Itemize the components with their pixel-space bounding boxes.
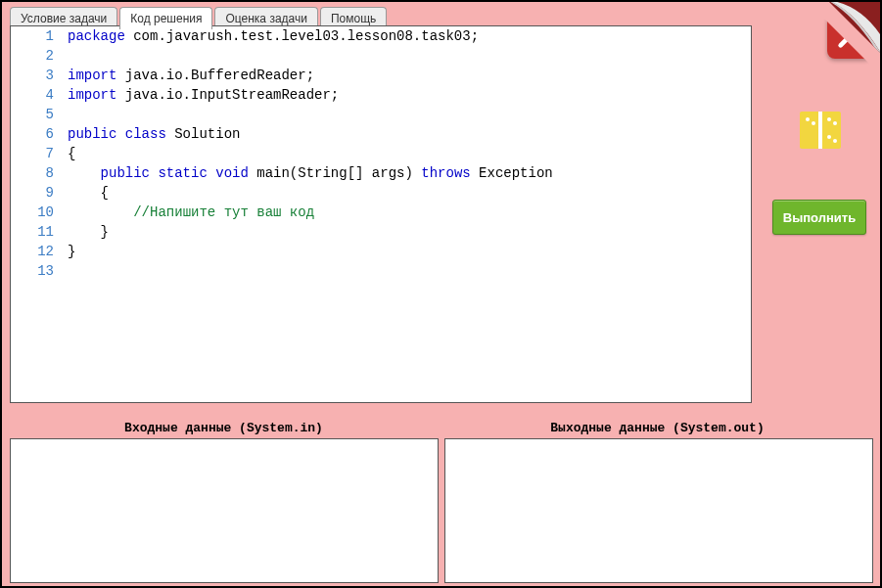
code-line[interactable]: //Напишите тут ваш код — [68, 203, 751, 222]
code-editor-vscroll[interactable]: 1package com.javarush.test.level03.lesso… — [11, 26, 751, 387]
io-labels: Входные данные (System.in) Выходные данн… — [10, 421, 871, 435]
line-number: 2 — [11, 46, 68, 66]
line-number: 3 — [11, 66, 68, 85]
output-textarea[interactable] — [444, 438, 873, 583]
code-line[interactable]: { — [68, 144, 751, 163]
svg-rect-1 — [823, 113, 839, 129]
line-number: 4 — [11, 85, 68, 105]
svg-point-7 — [833, 121, 837, 125]
svg-point-5 — [812, 121, 815, 125]
code-line[interactable]: import java.io.BufferedReader; — [68, 66, 751, 85]
line-number: 1 — [11, 26, 68, 46]
line-number: 5 — [11, 105, 68, 124]
line-number: 7 — [11, 144, 68, 163]
io-panels — [10, 438, 873, 583]
close-button[interactable] — [827, 14, 872, 59]
line-number: 8 — [11, 163, 68, 183]
line-number: 11 — [11, 222, 68, 242]
code-line[interactable]: { — [68, 183, 751, 203]
input-label: Входные данные (System.in) — [10, 421, 438, 435]
svg-rect-2 — [802, 131, 817, 147]
svg-point-6 — [827, 117, 831, 121]
code-line[interactable] — [68, 46, 751, 66]
run-button[interactable]: Выполнить — [772, 200, 866, 235]
code-lines: 1package com.javarush.test.level03.lesso… — [11, 26, 751, 281]
code-line[interactable]: import java.io.InputStreamReader; — [68, 85, 751, 105]
svg-rect-0 — [802, 113, 817, 129]
code-line[interactable]: } — [68, 222, 751, 242]
code-line[interactable]: } — [68, 242, 751, 261]
output-label: Выходные данные (System.out) — [443, 421, 871, 435]
input-textarea[interactable] — [10, 438, 439, 583]
svg-rect-3 — [823, 131, 839, 147]
line-number: 9 — [11, 183, 68, 203]
code-line[interactable]: public class Solution — [68, 124, 751, 144]
close-icon — [836, 23, 863, 50]
tab-solution-code[interactable]: Код решения — [119, 7, 212, 29]
code-editor-hscroll[interactable] — [11, 387, 751, 402]
svg-point-9 — [833, 139, 837, 143]
code-line[interactable]: package com.javarush.test.level03.lesson… — [68, 26, 751, 46]
svg-point-4 — [806, 117, 810, 121]
code-editor[interactable]: 1package com.javarush.test.level03.lesso… — [10, 25, 752, 403]
code-line[interactable] — [68, 105, 751, 124]
svg-point-8 — [827, 135, 831, 139]
line-number: 10 — [11, 203, 68, 222]
qr-icon-svg — [800, 112, 841, 149]
qr-icon[interactable] — [800, 112, 841, 149]
line-number: 6 — [11, 124, 68, 144]
code-line[interactable] — [68, 261, 751, 281]
line-number: 12 — [11, 242, 68, 261]
code-line[interactable]: public static void main(String[] args) t… — [68, 163, 751, 183]
line-number: 13 — [11, 261, 68, 281]
